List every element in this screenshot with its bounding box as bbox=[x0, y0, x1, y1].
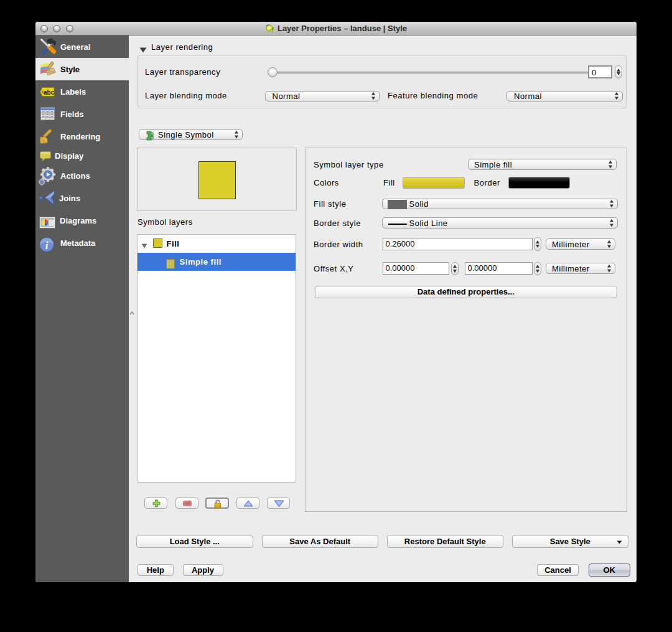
svg-text:i: i bbox=[45, 240, 49, 252]
svg-text:abc: abc bbox=[44, 89, 55, 96]
